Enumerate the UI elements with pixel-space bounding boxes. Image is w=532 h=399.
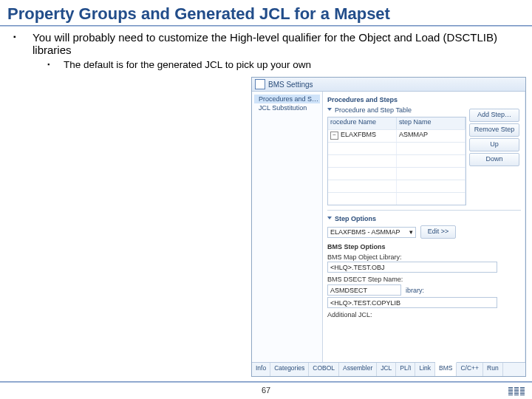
tab-categories[interactable]: Categories (270, 363, 309, 376)
copylib-field[interactable]: <HLQ>.TEST.COPYLIB (327, 297, 497, 308)
add-step-button[interactable]: Add Step… (469, 109, 519, 122)
additional-jcl-label: Additional JCL: (327, 311, 521, 318)
up-button[interactable]: Up (469, 138, 519, 151)
logo (508, 387, 525, 396)
tab-jcl[interactable]: JCL (377, 363, 396, 376)
divider (327, 210, 521, 211)
panel-title: BMS Settings (268, 81, 313, 89)
button-column: Add Step… Remove Step Up Down (469, 109, 519, 166)
procedure-table: rocedure Name step Name −ELAXFBMS ASMMAP (327, 117, 466, 205)
tab-assembler[interactable]: Assembler (339, 363, 377, 376)
panel-nav: Procedures and Steps JCL Substitution (252, 92, 323, 364)
twist-icon (327, 108, 332, 111)
page-number: 67 (262, 386, 270, 395)
tab-bms[interactable]: BMS (435, 362, 457, 376)
footer: 67 (0, 381, 532, 399)
tab-cobol[interactable]: COBOL (309, 363, 339, 376)
tab-pli[interactable]: PL/I (396, 363, 415, 376)
step-select[interactable]: ELAXFBMS - ASMMAP▾ (327, 227, 416, 238)
bms-step-options-label: BMS Step Options (327, 243, 521, 250)
nav-procedures[interactable]: Procedures and Steps (254, 95, 320, 103)
tab-cpp[interactable]: C/C++ (457, 363, 483, 376)
section-step-options: Step Options (327, 215, 521, 222)
collapse-icon[interactable]: − (330, 132, 338, 140)
bullet-level-2: The default is for the generated JCL to … (64, 59, 502, 70)
col-step-name: step Name (397, 117, 466, 129)
library-suffix-label: ibrary: (406, 287, 424, 294)
section-procedures: Procedures and Steps (327, 96, 521, 103)
panel-header: BMS Settings (252, 78, 525, 92)
tab-link[interactable]: Link (415, 363, 435, 376)
slide-title: Property Groups and Generated JCL for a … (0, 0, 532, 25)
edit-button[interactable]: Edit >> (420, 225, 456, 239)
map-object-library-label: BMS Map Object Library: (327, 253, 521, 261)
panel-content: Procedures and Steps Procedure and Step … (323, 92, 525, 364)
col-procedure-name: rocedure Name (328, 117, 397, 129)
down-button[interactable]: Down (469, 153, 519, 166)
dsect-step-name-label: BMS DSECT Step Name: (327, 276, 521, 283)
table-row-step[interactable]: ASMMAP (397, 130, 466, 142)
twist-icon (327, 216, 332, 219)
remove-step-button[interactable]: Remove Step (469, 123, 519, 137)
tab-run[interactable]: Run (483, 363, 503, 376)
bullet-level-1: You will probably need to customize the … (33, 31, 502, 56)
map-object-library-field[interactable]: <HLQ>.TEST.OBJ (327, 262, 497, 273)
title-rule (0, 25, 532, 27)
nav-jcl-substitution[interactable]: JCL Substitution (254, 103, 320, 112)
dsect-step-name-field[interactable]: ASMDSECT (327, 284, 401, 296)
tab-info[interactable]: Info (252, 363, 270, 376)
settings-icon (255, 79, 265, 89)
table-row-proc[interactable]: −ELAXFBMS (328, 130, 397, 142)
bms-settings-panel: BMS Settings Procedures and Steps JCL Su… (251, 77, 526, 377)
tab-bar: Info Categories COBOL Assembler JCL PL/I… (252, 362, 525, 376)
